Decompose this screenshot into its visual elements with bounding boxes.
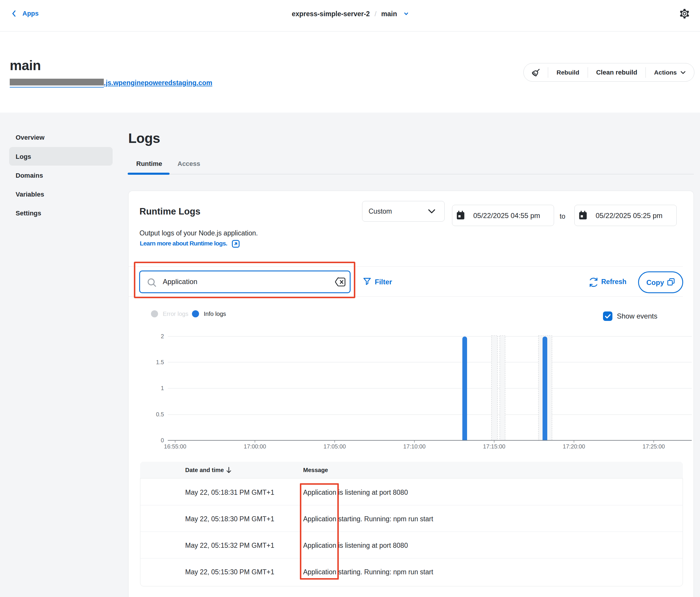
svg-text:17:20:00: 17:20:00 bbox=[563, 443, 585, 450]
svg-text:17:25:00: 17:25:00 bbox=[643, 443, 665, 450]
svg-text:1.5: 1.5 bbox=[156, 359, 164, 365]
svg-text:17:05:00: 17:05:00 bbox=[323, 443, 346, 450]
svg-text:17:15:00: 17:15:00 bbox=[483, 443, 505, 450]
svg-text:17:10:00: 17:10:00 bbox=[403, 443, 426, 450]
svg-text:16:55:00: 16:55:00 bbox=[164, 443, 186, 450]
svg-text:17:00:00: 17:00:00 bbox=[244, 443, 266, 450]
svg-text:2: 2 bbox=[161, 333, 164, 339]
svg-text:0.5: 0.5 bbox=[156, 411, 164, 418]
svg-text:1: 1 bbox=[161, 385, 164, 391]
svg-text:0: 0 bbox=[161, 437, 164, 443]
